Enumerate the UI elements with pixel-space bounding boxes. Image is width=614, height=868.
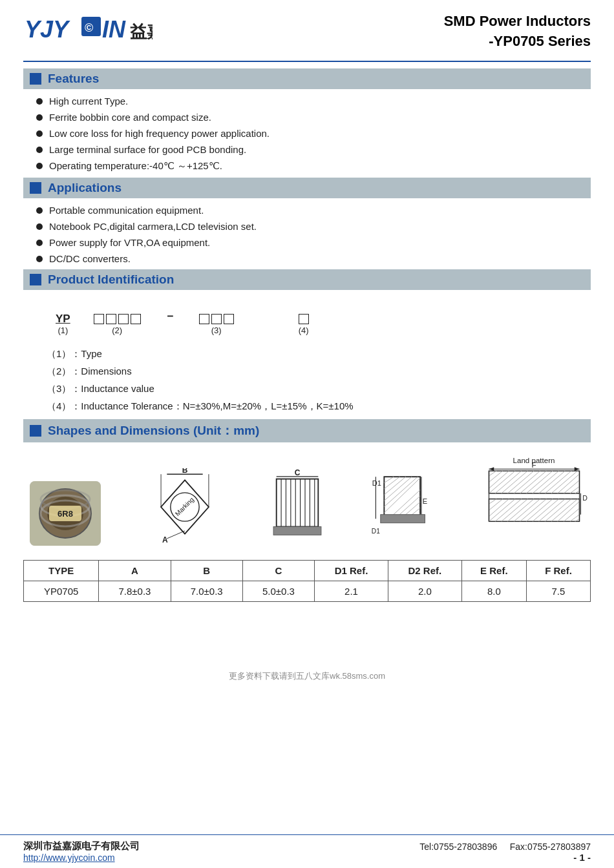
land-pattern-svg: Land pattern F [481, 455, 588, 546]
dim-side-svg: D1 E [368, 462, 439, 546]
dim-c-svg: C [268, 468, 326, 546]
svg-text:F: F [531, 461, 536, 469]
features-blue-square [30, 73, 41, 85]
pid-part1: YP (1) [56, 313, 70, 335]
pid-desc2: （2）：Dimensions [47, 366, 591, 378]
shapes-diagrams: 6R8 B Marking A [23, 449, 591, 552]
pid-part2: (2) [94, 314, 141, 335]
pid-part3: (3) [199, 314, 234, 335]
svg-marker-57 [575, 467, 580, 471]
svg-line-74 [564, 480, 579, 493]
col-type: TYPE [24, 560, 99, 581]
applications-blue-square [30, 182, 41, 194]
header: YJY © IN 益嘉源 SMD Power Inductors -YP0705… [23, 12, 591, 52]
svg-line-37 [384, 477, 394, 482]
list-item: Large terminal surface for good PCB bond… [36, 144, 591, 155]
col-e: E Ref. [461, 560, 526, 581]
bullet-icon [36, 114, 43, 121]
bullet-icon [36, 240, 43, 246]
watermark: 更多资料下载请到五八文库wk.58sms.com [23, 666, 591, 683]
cell-f: 7.5 [526, 581, 590, 601]
list-item: Ferrite bobbin core and compact size. [36, 112, 591, 123]
shapes-title: Shapes and Dimensions (Unit：mm) [48, 422, 259, 439]
cell-c: 5.0±0.3 [242, 581, 314, 601]
dim-c-diagram: C [268, 468, 326, 546]
footer-fax: Fax:0755-27803897 [510, 842, 591, 852]
list-item: Power supply for VTR,OA equipment. [36, 237, 591, 248]
header-divider [23, 61, 591, 62]
inductor-svg: 6R8 [30, 481, 101, 546]
pid-desc4: （4）：Inductance Tolerance：N=±30%,M=±20%，L… [47, 400, 591, 413]
pid-boxes4 [299, 314, 309, 324]
pid-box [211, 314, 222, 324]
cell-e: 8.0 [461, 581, 526, 601]
list-item: Operating temperature:-40℃ ～+125℃. [36, 160, 591, 172]
footer-tel: Tel:0755-27803896 [419, 842, 497, 852]
inductor-photo: 6R8 [30, 481, 101, 546]
list-item: DC/DC converters. [36, 253, 591, 264]
svg-line-73 [558, 474, 580, 493]
bullet-icon [36, 98, 43, 105]
features-section-bar: Features [23, 68, 591, 89]
svg-line-60 [489, 471, 503, 482]
bullet-icon [36, 256, 43, 262]
land-pattern-diagram: Land pattern F [481, 455, 584, 546]
svg-text:E: E [422, 497, 427, 505]
pid-num4: (4) [299, 326, 309, 335]
svg-text:D1: D1 [372, 479, 381, 487]
pid-box [106, 314, 116, 324]
svg-text:©: © [85, 21, 93, 34]
col-d2: D2 Ref. [388, 560, 461, 581]
pid-box [299, 314, 309, 324]
bullet-icon [36, 147, 43, 153]
svg-text:A: A [162, 535, 167, 544]
pid-yp-label: YP [56, 313, 70, 326]
col-f: F Ref. [526, 560, 590, 581]
footer-url[interactable]: http://www.yjycoin.com [23, 852, 140, 863]
title-line2: -YP0705 Series [444, 32, 591, 52]
list-item: High current Type. [36, 96, 591, 107]
dimensions-table: TYPE A B C D1 Ref. D2 Ref. E Ref. F Ref.… [23, 560, 591, 602]
applications-title: Applications [48, 181, 122, 195]
dim-side-diagram: D1 E [372, 462, 436, 546]
svg-rect-51 [380, 514, 425, 522]
list-item: Low core loss for high frequency power a… [36, 128, 591, 139]
footer-left: 深圳市益嘉源电子有限公司 http://www.yjycoin.com [23, 840, 140, 863]
title-line1: SMD Power Inductors [444, 12, 591, 32]
svg-rect-24 [277, 479, 319, 526]
footer-page: - 1 - [573, 852, 591, 863]
footer: 深圳市益嘉源电子有限公司 http://www.yjycoin.com Tel:… [0, 834, 614, 868]
logo-svg: YJY © IN 益嘉源 [23, 12, 153, 45]
svg-line-38 [384, 477, 399, 489]
applications-section-bar: Applications [23, 178, 591, 198]
shapes-section-bar: Shapes and Dimensions (Unit：mm) [23, 419, 591, 442]
pid-box [131, 314, 141, 324]
col-d1: D1 Ref. [315, 560, 388, 581]
cell-type: YP0705 [24, 581, 99, 601]
product-id-title: Product Identification [48, 273, 174, 287]
svg-text:6R8: 6R8 [58, 509, 73, 519]
footer-right: Tel:0755-27803896 Fax:0755-27803897 - 1 … [419, 842, 591, 863]
features-list: High current Type. Ferrite bobbin core a… [23, 96, 591, 172]
svg-text:益嘉源: 益嘉源 [130, 23, 153, 41]
svg-text:YJY: YJY [25, 16, 70, 43]
features-title: Features [48, 72, 99, 86]
bullet-icon [36, 163, 43, 169]
svg-rect-33 [273, 526, 321, 535]
col-b: B [171, 560, 242, 581]
shapes-blue-square [30, 425, 41, 437]
logo-area: YJY © IN 益嘉源 [23, 12, 153, 45]
col-c: C [242, 560, 314, 581]
pid-num3: (3) [211, 326, 222, 335]
pid-boxes2 [94, 314, 141, 324]
bullet-icon [36, 130, 43, 137]
pid-box [199, 314, 209, 324]
table-header-row: TYPE A B C D1 Ref. D2 Ref. E Ref. F Ref. [24, 560, 591, 581]
svg-line-21 [167, 531, 185, 539]
pid-box [224, 314, 234, 324]
pid-box [118, 314, 129, 324]
svg-text:IN: IN [102, 16, 126, 43]
svg-text:D1: D1 [371, 528, 379, 535]
dim-b-svg: B Marking A [146, 468, 224, 546]
svg-line-39 [384, 477, 405, 495]
